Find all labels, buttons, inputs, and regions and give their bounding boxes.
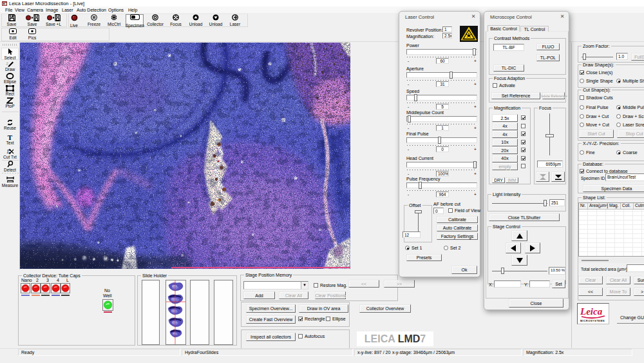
svg-text:MICROSYSTEMS: MICROSYSTEMS bbox=[580, 319, 605, 322]
svg-text:Leica: Leica bbox=[580, 306, 603, 317]
svg-text:1: 1 bbox=[6, 149, 9, 155]
